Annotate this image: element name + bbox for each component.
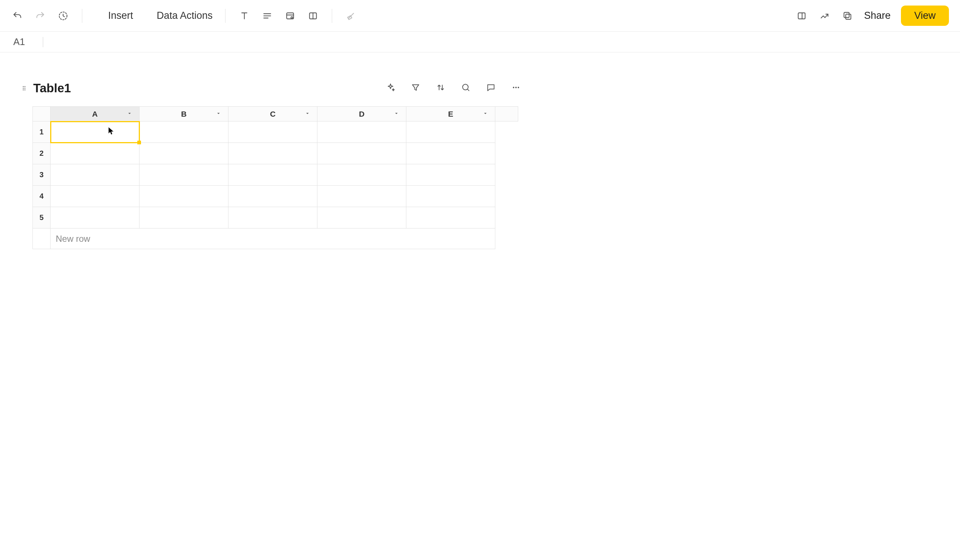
view-label: View	[914, 10, 936, 21]
add-column-button[interactable]	[495, 107, 518, 122]
comment-button[interactable]	[485, 81, 497, 94]
cell-e1[interactable]	[406, 122, 495, 143]
cell-format-button[interactable]	[284, 10, 296, 22]
cell-b3[interactable]	[139, 164, 229, 186]
cell-c5[interactable]	[229, 207, 317, 229]
column-dropdown[interactable]	[482, 110, 488, 118]
table-action-icons	[384, 81, 522, 94]
svg-point-18	[515, 87, 517, 88]
cell-d2[interactable]	[317, 143, 406, 164]
sort-button[interactable]	[434, 81, 447, 94]
column-header-e[interactable]: E	[406, 107, 495, 122]
insert-button[interactable]: Insert	[95, 10, 133, 21]
column-header-d[interactable]: D	[317, 107, 406, 122]
column-label: E	[448, 110, 453, 118]
row-header[interactable]: 4	[33, 186, 51, 207]
column-header-row: A B C D	[33, 107, 518, 122]
cell-b2[interactable]	[139, 143, 229, 164]
redo-icon	[35, 11, 45, 21]
cell-c3[interactable]	[229, 164, 317, 186]
cell-e5[interactable]	[406, 207, 495, 229]
plus-icon	[6, 84, 15, 93]
clear-format-button[interactable]	[345, 10, 357, 22]
formula-bar: A1	[0, 32, 960, 53]
toolbar-right: Share View	[795, 6, 949, 26]
cell-a3[interactable]	[51, 164, 139, 186]
drag-handle[interactable]	[21, 83, 28, 93]
cell-reference[interactable]: A1	[13, 36, 39, 48]
align-button[interactable]	[261, 10, 274, 22]
chevron-down-icon	[394, 110, 399, 116]
toolbar-separator	[82, 9, 82, 23]
cell-a1[interactable]	[51, 122, 139, 143]
column-header-b[interactable]: B	[139, 107, 229, 122]
redo-button[interactable]	[34, 10, 46, 22]
row-header[interactable]: 2	[33, 143, 51, 164]
align-icon	[262, 11, 272, 21]
cell-e2[interactable]	[406, 143, 495, 164]
row-header[interactable]: 3	[33, 164, 51, 186]
filter-button[interactable]	[409, 81, 422, 94]
cell-c4[interactable]	[229, 186, 317, 207]
svg-point-4	[291, 17, 293, 18]
drag-icon	[21, 84, 28, 93]
copy-button[interactable]	[841, 10, 854, 22]
svg-point-15	[24, 90, 25, 90]
new-row-plus	[33, 229, 51, 249]
data-actions-button[interactable]: Data Actions	[144, 10, 213, 21]
cell-c1[interactable]	[229, 122, 317, 143]
share-button[interactable]: Share	[864, 10, 891, 21]
svg-rect-8	[846, 14, 851, 19]
cell-e3[interactable]	[406, 164, 495, 186]
trend-icon	[819, 11, 830, 21]
row-header[interactable]: 5	[33, 207, 51, 229]
comments-panel-button[interactable]	[795, 10, 808, 22]
history-button[interactable]	[57, 10, 69, 22]
corner-cell[interactable]	[33, 107, 51, 122]
cell-d3[interactable]	[317, 164, 406, 186]
column-label: C	[270, 110, 275, 118]
plus-circle-icon	[95, 11, 104, 21]
cell-e4[interactable]	[406, 186, 495, 207]
top-toolbar: Insert Data Actions	[0, 0, 960, 32]
layout-icon	[308, 11, 318, 21]
more-button[interactable]	[510, 81, 522, 94]
column-label: A	[92, 110, 98, 118]
text-format-button[interactable]	[238, 10, 251, 22]
add-element-button[interactable]	[5, 83, 16, 93]
history-icon	[58, 11, 68, 21]
column-dropdown[interactable]	[216, 110, 221, 118]
cell-c2[interactable]	[229, 143, 317, 164]
cell-d4[interactable]	[317, 186, 406, 207]
column-dropdown[interactable]	[394, 110, 399, 118]
cell-a4[interactable]	[51, 186, 139, 207]
spreadsheet-grid: A B C D	[32, 106, 518, 249]
trend-button[interactable]	[818, 10, 831, 22]
insert-label: Insert	[108, 10, 133, 21]
table-title[interactable]: Table1	[33, 81, 71, 95]
column-dropdown[interactable]	[304, 110, 310, 118]
sort-icon	[436, 83, 445, 92]
cell-d5[interactable]	[317, 207, 406, 229]
column-dropdown[interactable]	[126, 110, 133, 118]
toolbar-left: Insert Data Actions	[11, 9, 357, 23]
layout-button[interactable]	[307, 10, 319, 22]
column-header-c[interactable]: C	[229, 107, 317, 122]
undo-button[interactable]	[11, 10, 24, 22]
cell-a5[interactable]	[51, 207, 139, 229]
new-row-button[interactable]: New row	[33, 229, 518, 249]
cell-b1[interactable]	[139, 122, 229, 143]
cell-a2[interactable]	[51, 143, 139, 164]
row-header[interactable]: 1	[33, 122, 51, 143]
table-row: 5	[33, 207, 518, 229]
cell-d1[interactable]	[317, 122, 406, 143]
search-button[interactable]	[459, 81, 472, 94]
table-row: 2	[33, 143, 518, 164]
ai-button[interactable]	[384, 81, 397, 94]
cell-b5[interactable]	[139, 207, 229, 229]
comment-panel-icon	[797, 11, 807, 21]
column-header-a[interactable]: A	[51, 107, 139, 122]
cell-b4[interactable]	[139, 186, 229, 207]
svg-point-12	[23, 88, 24, 89]
view-button[interactable]: View	[901, 6, 949, 26]
